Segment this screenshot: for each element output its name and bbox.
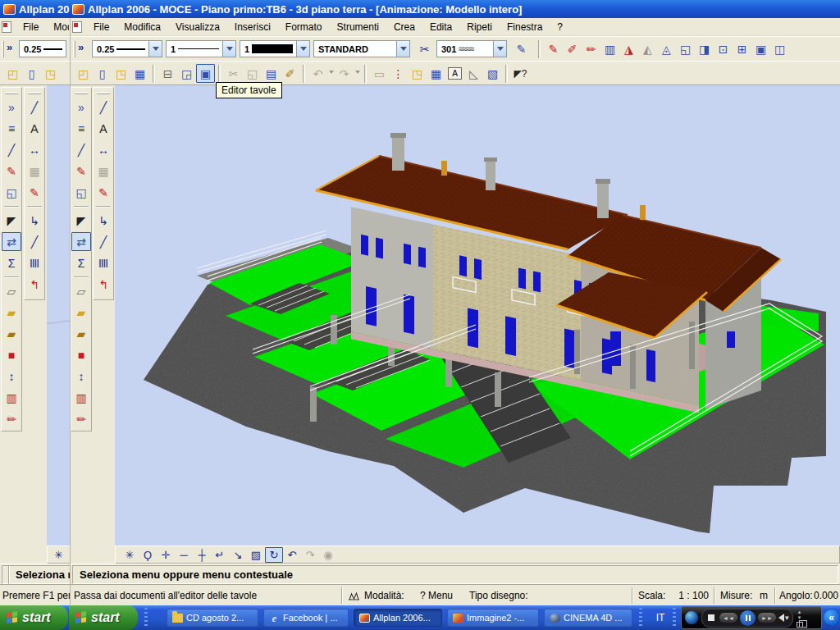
hatch-red-icon[interactable]: ▥ [71,388,91,407]
draw-line-icon[interactable]: ╱ [2,140,21,159]
select-cursor-icon[interactable]: ◤ [71,211,91,230]
background-window-titlebar[interactable]: Allplan 20 [3,0,70,18]
height-icon[interactable]: ↕ [2,367,21,386]
wall-draft-icon[interactable]: ▱ [71,281,91,300]
sum-icon[interactable]: Σ [71,253,91,272]
rotate-view-icon[interactable]: ↻ [265,547,283,563]
protractor-icon[interactable]: ◺ [464,64,483,83]
print-preview-icon[interactable]: ◲ [177,64,196,83]
taskbar-separator[interactable] [639,608,642,628]
open-folder-icon[interactable]: ◳ [112,64,130,83]
return-arrow-icon[interactable]: ↰ [94,275,113,294]
modify-pen-icon[interactable]: ✎ [2,162,21,180]
redo-view-icon[interactable]: ↷ [301,547,319,563]
ruler-icon[interactable]: ▭ [370,64,389,83]
taskbar-item-facebook[interactable]: e Facebook | ... [263,609,349,627]
taskbar-item-cinema4d[interactable]: CINEMA 4D ... [544,609,632,627]
line2-icon[interactable]: ╱ [25,232,44,251]
menu-finestra[interactable]: Finestra [500,19,549,35]
mirror-move-icon[interactable]: ◬ [657,39,676,58]
open-folder-icon[interactable]: ◳ [41,64,60,83]
redo-dropdown-icon[interactable] [354,64,361,83]
taskbar-item-cd-agosto[interactable]: CD agosto 2... [167,609,258,627]
toolbar-grip[interactable] [97,92,110,94]
chevron-icon[interactable]: » [7,41,12,53]
start-button-background[interactable]: start [0,605,68,630]
toolbar-grip[interactable] [28,92,41,94]
cut-icon[interactable]: ✂ [224,64,243,83]
hatch-red-icon[interactable]: ▥ [2,388,21,407]
pin-view-icon[interactable]: ◉ [319,547,337,563]
undo-icon[interactable]: ↶ [308,64,327,83]
pen-red-icon[interactable]: ✎ [25,183,44,202]
expand-chevron-icon[interactable]: » [2,98,21,116]
open-project-icon[interactable]: ◰ [3,64,22,83]
redo-icon[interactable]: ↷ [335,64,354,83]
select-cursor-icon[interactable]: ◤ [2,211,21,230]
new-document-icon[interactable]: ▯ [22,64,41,83]
iso-view-icon[interactable]: ↘ [229,547,247,563]
new-document-icon[interactable]: ▯ [93,64,112,83]
multiline-icon[interactable]: |||| [25,253,44,272]
text-icon[interactable]: A [94,119,113,138]
corner-arrow-icon[interactable]: ↳ [25,211,44,230]
line2-icon[interactable]: ╱ [94,232,113,251]
pen-red-icon[interactable]: ✎ [94,183,113,202]
toolbar-grip[interactable] [73,41,75,57]
table-icon[interactable]: ▦ [94,162,113,180]
sum-icon[interactable]: Σ [2,253,21,272]
format-brush-icon[interactable]: ✐ [281,64,299,83]
dropdown-arrow-icon[interactable] [222,41,235,57]
line-icon[interactable]: ╱ [25,98,44,116]
menu-file-bg[interactable]: File [16,19,45,35]
layer-combo[interactable]: STANDARD [313,40,410,57]
taskbar-separator[interactable] [673,608,676,628]
menu-modifica-bg[interactable]: Modifi [47,19,69,35]
menu-modifica[interactable]: Modifica [117,19,167,35]
zoom-out-icon[interactable]: ─ [175,547,193,563]
save-icon[interactable]: ▦ [130,64,149,83]
freehand-pen-icon[interactable]: ✎ [512,39,531,58]
arch-pen-icon[interactable]: ✏ [71,409,91,428]
taskbar-item-allplan[interactable]: Allplan 2006... [354,609,442,627]
background-viewport[interactable] [47,85,71,546]
render-cube-icon[interactable]: ▧ [483,64,502,83]
restore-window-icon[interactable] [797,622,803,628]
expand-chevron-icon[interactable]: » [71,98,91,116]
toolbar-grip[interactable] [2,41,4,57]
wall-icon[interactable]: ▰ [71,303,91,322]
undo-view-icon[interactable]: ↶ [283,547,301,563]
menu-ripeti[interactable]: Ripeti [460,19,499,35]
modify-pen-icon[interactable]: ✎ [71,162,91,180]
height-icon[interactable]: ↕ [71,367,91,386]
pan-hand-icon[interactable]: ✛ [157,547,175,563]
paste-icon[interactable]: ▤ [262,64,281,83]
copy-objects-icon[interactable]: ◱ [71,183,91,202]
open-file-icon[interactable]: ◳ [408,64,427,83]
dropdown-arrow-icon[interactable] [148,41,162,57]
swap-documents-icon[interactable]: ⇄ [2,232,21,251]
return-arrow-icon[interactable]: ↰ [25,275,44,294]
stop-icon[interactable] [708,614,714,621]
dropdown-arrow-icon[interactable] [493,41,506,57]
menu-file[interactable]: File [87,19,116,35]
hatch-pen-icon[interactable]: ▥ [600,39,619,58]
mirror-copy-icon[interactable]: ◭ [638,39,657,58]
image-frame-icon[interactable]: A [445,64,464,83]
foreground-window-titlebar[interactable]: Allplan 2006 - MOCE - Piano primo:TB6 - … [72,0,840,18]
wall-upstand-icon[interactable]: ▰ [2,324,21,343]
tray-chevron-icon[interactable]: « [824,609,839,625]
previous-view-icon[interactable]: ↵ [211,547,229,563]
draw-pen-icon[interactable]: ✎ [544,39,563,58]
stack-copy-icon[interactable]: ▣ [751,39,770,58]
pause-icon[interactable] [740,610,756,626]
move-element-icon[interactable]: ◨ [695,39,714,58]
copy-icon[interactable]: ◱ [243,64,262,83]
pen-thickness-combo[interactable]: 0.25 [92,40,162,57]
menu-help[interactable]: ? [550,19,569,35]
pen-node-icon[interactable]: ✐ [563,39,582,58]
copy-arrow-icon[interactable]: ⊡ [714,39,733,58]
triangle-pen-icon[interactable]: ◮ [619,39,638,58]
line-color-combo[interactable]: 1 [240,40,310,57]
toolbar-grip[interactable] [75,92,88,94]
